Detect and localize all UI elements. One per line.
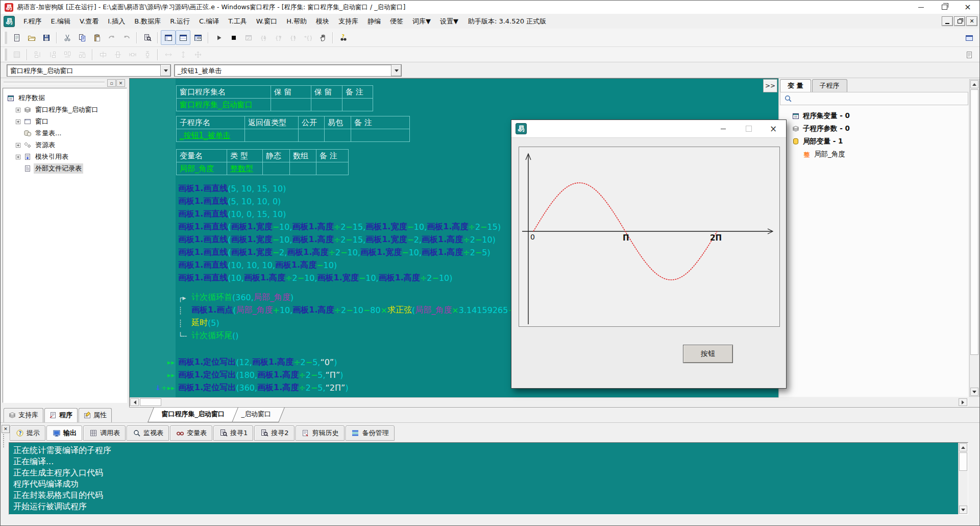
open-file-button[interactable] bbox=[24, 30, 39, 45]
menu-item-10[interactable]: 模块 bbox=[311, 15, 334, 28]
minimize-button[interactable] bbox=[909, 1, 933, 14]
scrollbar-thumb[interactable] bbox=[959, 452, 967, 471]
menu-item-2[interactable]: V.查看 bbox=[75, 15, 103, 28]
main-toolbar-grip[interactable] bbox=[4, 32, 7, 44]
tree-item-5[interactable]: 模块引用表 bbox=[15, 151, 70, 162]
scrollbar-thumb[interactable] bbox=[970, 89, 978, 355]
expand-plus-icon[interactable] bbox=[15, 107, 21, 113]
win-form-button[interactable] bbox=[190, 30, 205, 45]
dock-drag-handle[interactable] bbox=[3, 434, 7, 447]
scroll-down-button[interactable] bbox=[959, 506, 967, 514]
variable-tree-item-3[interactable]: 整局部_角度 bbox=[802, 148, 845, 160]
left-tab-程序[interactable]: 程序 bbox=[44, 408, 78, 422]
run-button[interactable] bbox=[211, 30, 226, 45]
expand-plus-icon[interactable] bbox=[15, 154, 21, 160]
step-out-button[interactable]: {} bbox=[285, 30, 300, 45]
table-value-cell[interactable] bbox=[290, 162, 316, 175]
form-toolbar-grip[interactable] bbox=[4, 49, 7, 61]
dock-tab-调用表[interactable]: 调用表 bbox=[83, 425, 126, 441]
menu-item-1[interactable]: E.编辑 bbox=[46, 15, 75, 28]
scrollbar-thumb[interactable] bbox=[140, 398, 161, 406]
running-program-window[interactable]: 易 × 0Π2Π 按钮 bbox=[511, 119, 787, 389]
dock-tab-输出[interactable]: 输出 bbox=[46, 425, 82, 441]
dock-close-button[interactable]: ✕ bbox=[2, 425, 10, 433]
menu-item-7[interactable]: T.工具 bbox=[224, 15, 252, 28]
menu-item-6[interactable]: C.编译 bbox=[194, 15, 224, 28]
menu-item-4[interactable]: B.数据库 bbox=[130, 15, 165, 28]
restore-button[interactable] bbox=[933, 1, 956, 14]
dock-tab-监视表[interactable]: 监视表 bbox=[127, 425, 169, 441]
tree-item-2[interactable]: 窗口 bbox=[15, 116, 50, 127]
paste-button[interactable] bbox=[89, 30, 104, 45]
combo-dropdown-button[interactable] bbox=[160, 65, 170, 76]
center-vertical-button[interactable] bbox=[110, 47, 125, 62]
scroll-up-button[interactable] bbox=[959, 443, 967, 451]
file-tab-0[interactable]: 窗口程序集_启动窗口 bbox=[148, 408, 238, 422]
variable-search-box[interactable] bbox=[780, 92, 968, 105]
save-button[interactable] bbox=[39, 30, 54, 45]
combo-dropdown-button[interactable] bbox=[391, 65, 401, 76]
notes-button[interactable] bbox=[962, 47, 976, 62]
win-project-button[interactable] bbox=[161, 30, 176, 45]
program-minimize-button[interactable] bbox=[715, 120, 732, 137]
space-across-button[interactable] bbox=[125, 47, 140, 62]
scroll-right-button[interactable] bbox=[959, 398, 967, 406]
dock-tab-提示[interactable]: ?提示 bbox=[10, 425, 45, 441]
panel-collapse-button[interactable]: >> bbox=[763, 79, 777, 92]
help-find-button[interactable]: ? bbox=[336, 30, 351, 45]
variables-tab-1[interactable]: 子程序 bbox=[812, 79, 847, 92]
menu-item-8[interactable]: W.窗口 bbox=[252, 15, 282, 28]
mdi-restore-button[interactable] bbox=[954, 16, 965, 26]
same-height-button[interactable] bbox=[176, 47, 190, 62]
variables-scrollbar[interactable] bbox=[969, 79, 979, 397]
table-value-cell[interactable] bbox=[299, 129, 325, 142]
dock-tab-剪辑历史[interactable]: 剪辑历史 bbox=[296, 425, 345, 441]
table-value-cell[interactable] bbox=[245, 129, 299, 142]
align-left-button[interactable] bbox=[30, 47, 45, 62]
copy-button[interactable] bbox=[75, 30, 89, 45]
run-to-cursor-button[interactable]: {} bbox=[300, 30, 315, 45]
menu-item-0[interactable]: F.程序 bbox=[19, 15, 46, 28]
panel-float-button[interactable]: ▫ bbox=[107, 79, 116, 87]
tree-item-1[interactable]: 窗口程序集_启动窗口 bbox=[15, 104, 100, 115]
win-code-button[interactable] bbox=[176, 30, 190, 45]
menu-item-14[interactable]: 词库▼ bbox=[408, 15, 435, 28]
expand-plus-icon[interactable] bbox=[15, 119, 21, 125]
table-value-cell[interactable] bbox=[311, 99, 342, 111]
scroll-down-button[interactable] bbox=[970, 388, 978, 396]
panel-close-button[interactable]: ✕ bbox=[116, 79, 125, 87]
debug-window-button[interactable] bbox=[241, 30, 256, 45]
hand-button[interactable] bbox=[315, 30, 330, 45]
subroutine-combo[interactable]: _按钮1_被单击 bbox=[174, 64, 402, 77]
table-value-cell[interactable] bbox=[263, 162, 290, 175]
variable-tree-item-2[interactable]: 局部变量 - 1 bbox=[791, 135, 843, 148]
tree-item-3[interactable]: 常量表... bbox=[15, 128, 63, 139]
menu-item-15[interactable]: 设置▼ bbox=[435, 15, 463, 28]
table-value-cell[interactable] bbox=[351, 129, 410, 142]
align-top-button[interactable] bbox=[60, 47, 75, 62]
tree-item-0[interactable]: 程序数据 bbox=[6, 92, 46, 104]
close-button[interactable]: × bbox=[956, 1, 979, 14]
menu-item-3[interactable]: I.插入 bbox=[103, 15, 130, 28]
output-scrollbar[interactable] bbox=[958, 443, 968, 514]
table-value-cell[interactable]: 局部_角度 bbox=[177, 162, 227, 175]
dock-tab-搜寻2[interactable]: 搜寻2 bbox=[254, 425, 294, 441]
expand-plus-icon[interactable] bbox=[15, 142, 21, 148]
table-value-cell[interactable]: 整数型 bbox=[227, 162, 263, 175]
compiler-output[interactable]: 正在统计需要编译的子程序正在编译...正在生成主程序入口代码程序代码编译成功正在… bbox=[9, 442, 968, 515]
menu-item-9[interactable]: H.帮助 bbox=[282, 15, 311, 28]
mdi-close-button[interactable]: ✕ bbox=[966, 16, 977, 26]
menu-item-13[interactable]: 便签 bbox=[385, 15, 408, 28]
variable-tree-item-0[interactable]: 程序集变量 - 0 bbox=[791, 109, 850, 122]
toolbox-window-button[interactable] bbox=[962, 30, 976, 45]
dock-tab-搜寻1[interactable]: 搜寻1 bbox=[213, 425, 253, 441]
program-button[interactable]: 按钮 bbox=[683, 345, 733, 363]
program-maximize-button[interactable] bbox=[740, 120, 757, 137]
align-bottom-button[interactable] bbox=[75, 47, 89, 62]
mdi-minimize-button[interactable] bbox=[942, 16, 953, 26]
scroll-up-button[interactable] bbox=[970, 80, 978, 88]
table-value-cell[interactable]: 窗口程序集_启动窗口 bbox=[177, 99, 271, 111]
menu-item-11[interactable]: 支持库 bbox=[334, 15, 363, 28]
same-size-button[interactable] bbox=[190, 47, 205, 62]
same-width-button[interactable] bbox=[161, 47, 176, 62]
